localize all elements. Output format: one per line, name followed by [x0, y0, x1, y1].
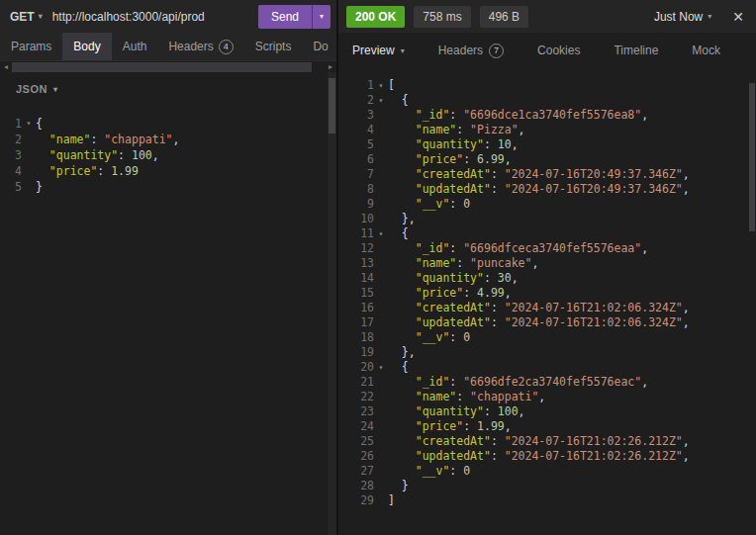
tab-cookies[interactable]: Cookies: [537, 44, 580, 57]
response-time-badge: 758 ms: [414, 6, 470, 28]
history-dropdown[interactable]: Just Now ▾: [654, 10, 711, 24]
tab-response-headers[interactable]: Headers 7: [438, 44, 504, 58]
line-number: 11: [338, 226, 374, 241]
fold-gutter: [374, 464, 388, 479]
headers-count-badge: 4: [219, 40, 234, 54]
chevron-down-icon: ▾: [708, 12, 711, 21]
tab-headers-label: Headers: [168, 40, 213, 53]
scrollbar-thumb[interactable]: [749, 83, 755, 231]
tab-preview[interactable]: Preview ▾: [352, 44, 405, 57]
code-text: },: [388, 345, 416, 360]
scroll-right-icon[interactable]: ▸: [325, 61, 336, 73]
fold-gutter: [374, 404, 388, 419]
tab-timeline[interactable]: Timeline: [614, 44, 658, 57]
fold-arrow-icon[interactable]: ▾: [374, 226, 388, 241]
request-panel: GET ▾ http://localhost:3000/api/prod Sen…: [0, 0, 338, 535]
fold-arrow-icon[interactable]: ▾: [374, 78, 388, 93]
line-number: 21: [338, 375, 374, 390]
request-panel-scrollbar[interactable]: [328, 72, 336, 535]
send-dropdown-button[interactable]: ▾: [312, 5, 331, 29]
code-line: 15 "price": 4.99,: [338, 286, 756, 301]
tab-preview-label: Preview: [352, 44, 395, 57]
request-top-bar: GET ▾ http://localhost:3000/api/prod Sen…: [0, 0, 336, 33]
history-label: Just Now: [654, 10, 703, 24]
fold-gutter: [374, 330, 388, 345]
fold-gutter: [374, 212, 388, 226]
code-line: 12 "_id": "6696dfceca3740fef5576eaa",: [338, 241, 756, 256]
request-tabs-scrollbar[interactable]: ◂ ▸: [0, 60, 336, 72]
scroll-left-icon[interactable]: ◂: [0, 61, 12, 73]
code-line: 27 "__v": 0: [338, 464, 756, 479]
tab-response-headers-label: Headers: [438, 44, 483, 57]
fold-gutter: [374, 108, 388, 123]
code-text: ]: [388, 493, 395, 508]
code-line: 21 "_id": "6696dfe2ca3740fef5576eac",: [338, 375, 756, 390]
fold-gutter: [374, 137, 388, 152]
fold-gutter: [374, 182, 388, 197]
code-line: 3 "quantity": 100,: [0, 147, 336, 163]
body-format-select[interactable]: JSON ▾: [16, 83, 57, 95]
chevron-down-icon: ▾: [401, 46, 405, 55]
code-line: 6 "price": 6.99,: [338, 152, 756, 167]
close-icon[interactable]: ✕: [728, 9, 748, 25]
line-number: 16: [338, 301, 374, 315]
code-line: 11▾ {: [338, 226, 756, 241]
tab-scripts[interactable]: Scripts: [244, 33, 303, 60]
code-line: 13 "name": "puncake",: [338, 256, 756, 271]
scrollbar-track[interactable]: [12, 61, 325, 73]
line-number: 8: [338, 182, 374, 197]
code-line: 1▾{: [0, 116, 336, 132]
code-line: 3 "_id": "6696dce1ca3740fef5576ea8",: [338, 108, 756, 123]
response-panel-scrollbar[interactable]: [748, 71, 756, 535]
code-text: }: [36, 179, 43, 195]
request-body-editor[interactable]: 1▾{2 "name": "chappati",3 "quantity": 10…: [0, 106, 336, 535]
scrollbar-thumb[interactable]: [12, 62, 312, 72]
fold-arrow-icon[interactable]: ▾: [374, 360, 388, 375]
fold-gutter: [22, 147, 36, 163]
url-input[interactable]: http://localhost:3000/api/prod: [47, 10, 254, 24]
line-number: 4: [338, 123, 374, 137]
line-number: 28: [338, 479, 374, 493]
line-number: 24: [338, 419, 374, 434]
chevron-down-icon: ▾: [39, 12, 43, 21]
code-text: "price": 4.99,: [388, 286, 512, 301]
line-number: 26: [338, 449, 374, 464]
code-line: 10 },: [338, 212, 756, 226]
line-number: 2: [0, 132, 22, 147]
method-label: GET: [10, 10, 35, 24]
code-line: 4 "name": "Pizza",: [338, 123, 756, 137]
tab-mock[interactable]: Mock: [692, 44, 720, 57]
fold-arrow-icon[interactable]: ▾: [22, 116, 36, 132]
response-size-badge: 496 B: [480, 6, 528, 28]
code-line: 8 "updatedAt": "2024-07-16T20:49:37.346Z…: [338, 182, 756, 197]
fold-arrow-icon[interactable]: ▾: [374, 93, 388, 108]
code-line: 16 "createdAt": "2024-07-16T21:02:06.324…: [338, 301, 756, 315]
code-text: "_id": "6696dfceca3740fef5576eaa",: [388, 241, 648, 256]
code-text: "price": 1.99,: [388, 419, 512, 434]
response-body-viewer[interactable]: 1▾[2▾ {3 "_id": "6696dce1ca3740fef5576ea…: [338, 68, 756, 535]
scrollbar-thumb[interactable]: [329, 78, 335, 134]
send-button[interactable]: Send: [258, 5, 312, 29]
code-line: 1▾[: [338, 78, 756, 93]
line-number: 10: [338, 212, 374, 226]
line-number: 13: [338, 256, 374, 271]
code-line: 28 }: [338, 479, 756, 493]
tab-auth[interactable]: Auth: [112, 33, 158, 60]
code-text: "quantity": 10,: [388, 137, 519, 152]
tab-headers[interactable]: Headers 4: [157, 33, 243, 60]
fold-gutter: [374, 345, 388, 360]
code-text: "_id": "6696dce1ca3740fef5576ea8",: [388, 108, 648, 123]
tab-params[interactable]: Params: [0, 33, 62, 60]
code-line: 9 "__v": 0: [338, 197, 756, 212]
code-line: 29]: [338, 493, 756, 508]
tab-docs[interactable]: Do: [302, 33, 336, 60]
method-select[interactable]: GET ▾: [6, 10, 47, 24]
code-text: "name": "chappati",: [388, 390, 545, 404]
line-number: 25: [338, 434, 374, 449]
line-number: 23: [338, 404, 374, 419]
tab-body[interactable]: Body: [62, 33, 111, 60]
code-line: 17 "updatedAt": "2024-07-16T21:02:06.324…: [338, 315, 756, 330]
fold-gutter: [374, 123, 388, 137]
code-text: "__v": 0: [388, 330, 470, 345]
code-line: 2▾ {: [338, 93, 756, 108]
